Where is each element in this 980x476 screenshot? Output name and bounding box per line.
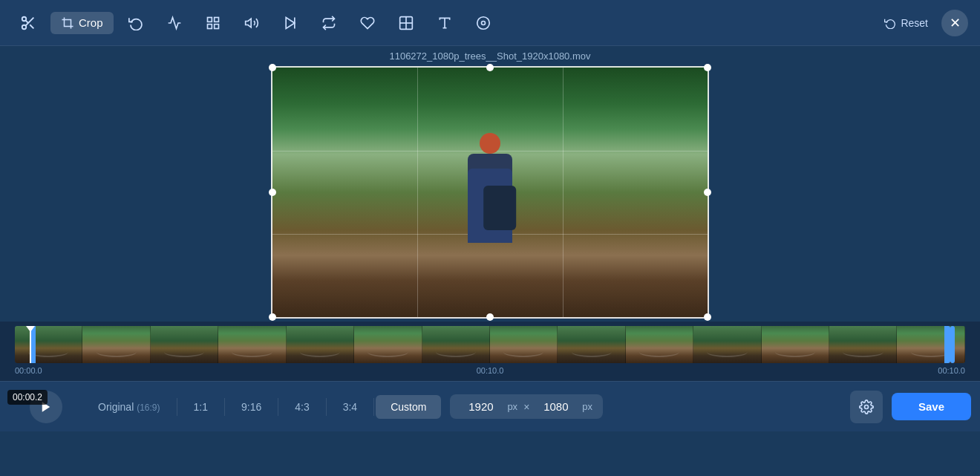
svg-rect-6 — [207, 17, 212, 22]
ratio-4-3-button[interactable]: 4:3 — [280, 395, 324, 419]
svg-point-19 — [864, 405, 868, 408]
svg-rect-9 — [207, 24, 212, 28]
thumb-13 — [829, 326, 897, 363]
ratio-9-16-button[interactable]: 9:16 — [226, 395, 276, 419]
trim-handle-right[interactable] — [944, 326, 950, 363]
save-label: Save — [918, 400, 944, 413]
timeline-track[interactable] — [15, 326, 965, 363]
svg-line-3 — [30, 25, 33, 28]
timecode-row: 00:00.0 00:10.0 00:10.0 — [0, 363, 980, 375]
reset-button[interactable]: Reset — [877, 13, 935, 33]
dimension-x-symbol: × — [523, 401, 529, 413]
adjustments-button[interactable] — [158, 7, 191, 39]
effects-button[interactable] — [467, 7, 500, 39]
filename-bar: 1106272_1080p_trees__Shot_1920x1080.mov — [0, 46, 980, 63]
thumb-12 — [762, 326, 829, 363]
thumb-2 — [82, 326, 150, 363]
bottom-bar: Original (16:9) 1:1 9:16 4:3 3:4 Custom … — [0, 381, 980, 431]
px-label-2: px — [582, 401, 592, 412]
height-input[interactable] — [535, 400, 576, 413]
thumb-7 — [422, 326, 490, 363]
canvas-area: 00:00.2 — [0, 63, 980, 322]
loop-button[interactable] — [313, 7, 345, 39]
timecode-mid: 00:10.0 — [477, 366, 504, 375]
figure-head — [480, 133, 500, 154]
reset-label: Reset — [901, 17, 928, 29]
thumb-1 — [15, 326, 82, 363]
video-frame — [271, 66, 709, 319]
save-button[interactable]: Save — [892, 393, 971, 420]
thumb-8 — [490, 326, 558, 363]
thumb-11 — [693, 326, 761, 363]
toolbar: Crop — [0, 0, 980, 46]
filter-button[interactable] — [197, 7, 229, 39]
ratio-divider-4 — [326, 398, 327, 416]
settings-button[interactable] — [850, 391, 883, 423]
thumb-10 — [626, 326, 693, 363]
thumb-strip — [15, 326, 965, 363]
mask-button[interactable] — [351, 7, 384, 39]
ratio-original-button[interactable]: Original (16:9) — [83, 395, 175, 419]
thumb-4 — [218, 326, 286, 363]
dimension-inputs: px × px — [450, 394, 603, 419]
svg-rect-5 — [65, 19, 71, 26]
crop-label: Crop — [79, 16, 103, 29]
svg-rect-7 — [214, 17, 218, 22]
playhead[interactable] — [30, 326, 31, 363]
speed-button[interactable] — [274, 7, 307, 39]
svg-point-0 — [22, 16, 27, 21]
svg-marker-10 — [245, 19, 251, 27]
svg-line-4 — [25, 20, 28, 23]
time-tooltip: 00:00.2 — [7, 390, 48, 405]
text-button[interactable] — [428, 7, 461, 39]
crop-button[interactable]: Crop — [50, 12, 114, 34]
ratio-1-1-button[interactable]: 1:1 — [179, 395, 223, 419]
video-crop-container[interactable] — [271, 66, 709, 319]
timeline-right-bar — [950, 326, 955, 363]
ratio-divider-3 — [278, 398, 278, 416]
thumb-6 — [354, 326, 422, 363]
scissors-tool-button[interactable] — [12, 7, 45, 39]
thumb-3 — [151, 326, 218, 363]
thumb-14 — [897, 326, 964, 363]
ratio-3-4-button[interactable]: 3:4 — [328, 395, 372, 419]
timecode-end: 00:10.0 — [938, 366, 965, 375]
svg-point-17 — [481, 21, 485, 25]
undo-button[interactable] — [120, 7, 152, 39]
ratio-divider-2 — [224, 398, 225, 416]
close-button[interactable]: ✕ — [941, 10, 968, 36]
figure-backpack — [483, 186, 516, 230]
ratio-custom-button[interactable]: Custom — [376, 395, 441, 419]
thumb-5 — [287, 326, 354, 363]
ratio-divider-1 — [177, 398, 177, 416]
ratio-divider-5 — [373, 398, 374, 416]
timeline-section: 00:00.0 00:10.0 00:10.0 — [0, 322, 980, 381]
audio-button[interactable] — [235, 7, 268, 39]
thumb-9 — [558, 326, 625, 363]
video-content — [271, 66, 709, 319]
width-input[interactable] — [460, 400, 501, 413]
svg-point-1 — [22, 25, 27, 29]
px-label-1: px — [507, 401, 517, 412]
svg-rect-8 — [214, 24, 218, 28]
filename-text: 1106272_1080p_trees__Shot_1920x1080.mov — [389, 50, 590, 62]
overlay-button[interactable] — [390, 7, 422, 39]
ratio-options: Original (16:9) 1:1 9:16 4:3 3:4 Custom — [83, 395, 441, 419]
timecode-start: 00:00.0 — [15, 366, 42, 375]
